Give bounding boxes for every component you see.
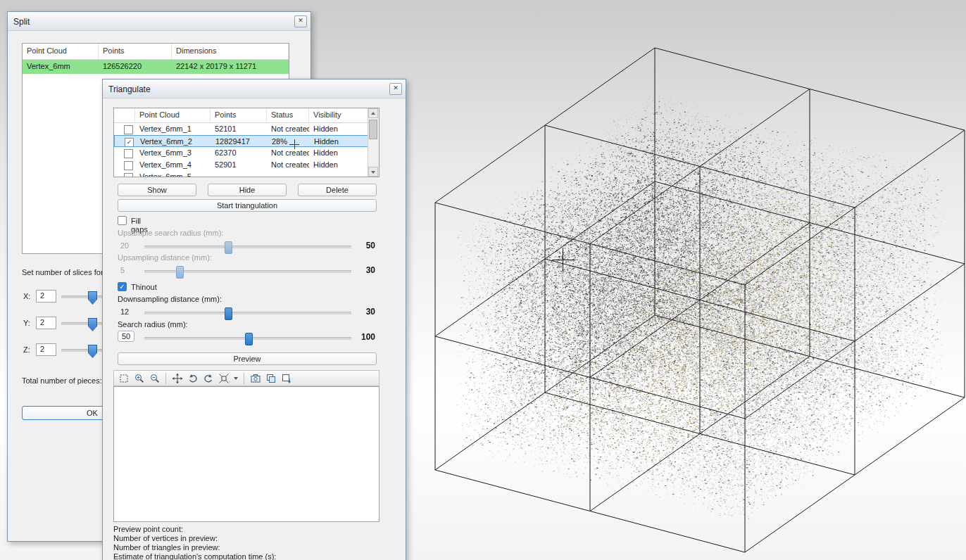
upsample-radius-slider[interactable]: 20 50	[118, 239, 377, 252]
split-close-button[interactable]: ✕	[294, 15, 307, 27]
table-row[interactable]: Vertex_6mm_5	[114, 171, 368, 177]
table-row[interactable]: Vertex_6mm_3 62370 Not created Hidden	[114, 147, 368, 159]
zoom-out-icon[interactable]	[148, 372, 161, 385]
split-titlebar[interactable]: Split ✕	[8, 12, 310, 31]
fit-view-dropdown-icon[interactable]	[234, 377, 238, 380]
slider-track[interactable]	[144, 270, 351, 273]
split-table-header: Point Cloud Points Dimensions	[23, 44, 289, 60]
cell-status: Not created	[267, 147, 309, 159]
slider-track[interactable]	[144, 246, 351, 248]
slider-value[interactable]: 50	[118, 331, 134, 342]
row-checkbox[interactable]	[124, 149, 133, 158]
preview-vertices-label: Number of vertices in preview:	[113, 534, 276, 543]
cell-points: 62370	[211, 147, 267, 159]
upsampling-distance-label: Upsampling distance (mm):	[118, 253, 212, 262]
axis-z-label: Z:	[23, 345, 30, 354]
slider-track[interactable]	[144, 337, 351, 340]
triangulation-preview-area[interactable]	[113, 386, 380, 522]
cell-visibility: Hidden	[309, 147, 368, 159]
table-scrollbar[interactable]	[368, 108, 379, 177]
row-checkbox[interactable]: ✓	[125, 138, 134, 146]
rotate-ccw-icon[interactable]	[186, 372, 199, 385]
triangulate-titlebar[interactable]: Triangulate ✕	[103, 79, 406, 98]
zoom-in-icon[interactable]	[132, 372, 146, 385]
split-col-dimensions: Dimensions	[172, 44, 289, 59]
triangulate-dialog-title: Triangulate	[108, 84, 151, 94]
slider-thumb[interactable]	[245, 333, 253, 345]
upsampling-distance-slider[interactable]: 5 30	[118, 264, 377, 276]
axis-z-value[interactable]: 2	[36, 343, 56, 356]
slider-thumb[interactable]	[225, 241, 232, 254]
slider-max: 100	[361, 332, 375, 342]
cell-visibility: Hidden	[310, 136, 368, 146]
triangulate-table[interactable]: Point Cloud Points Status Visibility Ver…	[113, 108, 380, 177]
table-row[interactable]: Vertex_6mm_4 52901 Not created Hidden	[114, 159, 368, 171]
row-checkbox[interactable]	[124, 161, 133, 170]
row-checkbox[interactable]	[124, 173, 133, 177]
slider-value: 12	[120, 307, 129, 316]
preview-button[interactable]: Preview	[118, 352, 377, 365]
split-table-row[interactable]: Vertex_6mm 126526220 22142 x 20179 x 112…	[23, 60, 289, 74]
col-checkbox	[114, 108, 135, 122]
axis-z-slider-thumb[interactable]	[88, 345, 97, 358]
slider-thumb[interactable]	[176, 266, 184, 279]
axis-y-label: Y:	[23, 319, 30, 327]
table-row-selected[interactable]: ✓ Vertex_6mm_2 12829417 28% Hidden	[114, 135, 368, 147]
cell-point-cloud: Vertex_6mm_3	[135, 147, 211, 159]
viewport-crosshair-cursor	[552, 249, 575, 272]
slices-label: Set number of slices for	[22, 268, 104, 276]
preview-toolbar	[113, 370, 380, 386]
toolbar-separator	[165, 373, 166, 384]
fill-gaps-checkbox[interactable]	[118, 216, 127, 225]
scroll-up-icon[interactable]	[368, 108, 378, 118]
fit-view-icon[interactable]	[217, 372, 230, 385]
scrollbar-thumb[interactable]	[369, 120, 377, 139]
upsample-radius-label: Upsample search radius (mm):	[118, 229, 223, 237]
axis-y-slider-thumb[interactable]	[88, 318, 97, 331]
search-radius-label: Search radius (mm):	[118, 320, 188, 329]
cell-status: 28%	[268, 136, 310, 146]
cell-point-cloud: Vertex_6mm	[23, 60, 99, 74]
toolbar-separator	[244, 373, 244, 384]
cell-status: Not created	[267, 123, 309, 135]
rotate-cw-icon[interactable]	[201, 372, 215, 385]
axis-x-value[interactable]: 2	[36, 290, 56, 303]
triangulate-close-button[interactable]: ✕	[389, 83, 402, 95]
row-checkbox[interactable]	[124, 125, 133, 134]
cell-status: Not created	[267, 159, 309, 171]
slider-max: 30	[366, 307, 375, 317]
save-view-icon[interactable]	[280, 372, 293, 385]
select-region-icon[interactable]	[117, 372, 130, 385]
cell-dimensions: 22142 x 20179 x 11271	[172, 60, 289, 74]
screenshot-icon[interactable]	[249, 372, 262, 385]
pan-icon[interactable]	[170, 372, 184, 385]
cell-points	[211, 171, 267, 177]
slider-track[interactable]	[144, 312, 351, 314]
cell-points: 52901	[211, 159, 267, 171]
slider-value: 5	[120, 266, 125, 274]
slider-max: 30	[366, 265, 375, 275]
computation-time-label: Estimate of triangulation's computation …	[113, 552, 276, 560]
show-button[interactable]: Show	[118, 184, 196, 196]
search-radius-slider[interactable]: 50 100	[118, 331, 377, 343]
cell-points: 12829417	[211, 136, 268, 146]
copy-view-icon[interactable]	[264, 372, 277, 385]
cell-visibility: Hidden	[309, 123, 368, 135]
cell-point-cloud: Vertex_6mm_5	[135, 171, 211, 177]
hide-button[interactable]: Hide	[208, 184, 287, 196]
start-triangulation-button[interactable]: Start triangulation	[118, 199, 377, 212]
table-crosshair-cursor	[289, 139, 299, 149]
thinout-checkbox[interactable]: ✓	[118, 282, 127, 291]
slider-thumb[interactable]	[225, 307, 232, 320]
split-dialog-title: Split	[13, 17, 30, 27]
table-row[interactable]: Vertex_6mm_1 52101 Not created Hidden	[114, 123, 368, 135]
col-points: Points	[211, 108, 267, 122]
axis-y-value[interactable]: 2	[36, 317, 56, 329]
scroll-down-icon[interactable]	[368, 167, 378, 177]
downsampling-distance-label: Downsampling distance (mm):	[118, 295, 222, 303]
delete-button[interactable]: Delete	[298, 184, 377, 196]
preview-triangles-label: Number of triangles in preview:	[113, 543, 276, 552]
cell-points: 126526220	[99, 60, 172, 74]
downsampling-distance-slider[interactable]: 12 30	[118, 305, 377, 318]
axis-x-slider-thumb[interactable]	[88, 291, 97, 305]
